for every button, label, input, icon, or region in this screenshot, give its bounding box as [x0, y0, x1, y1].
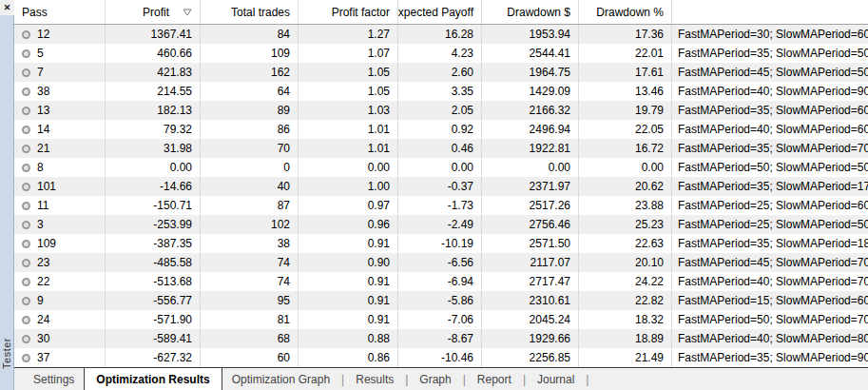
cell-parameters: FastMAPeriod=40; SlowMAPeriod=70; — [672, 272, 868, 291]
cell-parameters: FastMAPeriod=25; SlowMAPeriod=60; — [672, 196, 868, 215]
cell-total-trades: 102 — [201, 215, 299, 234]
tab-graph[interactable]: Graph — [410, 368, 460, 390]
table-row[interactable]: 11-150.71870.97-1.732517.2623.88FastMAPe… — [14, 196, 868, 215]
cell-pass: 8 — [14, 158, 106, 177]
tab-report[interactable]: Report — [468, 368, 521, 390]
pass-status-icon — [22, 126, 30, 134]
cell-profit-factor: 0.91 — [299, 272, 398, 291]
cell-drawdown-percent: 25.23 — [579, 215, 672, 234]
cell-pass: 37 — [14, 348, 106, 367]
cell-drawdown-dollar: 2517.26 — [482, 196, 579, 215]
column-header-expected-payoff[interactable]: Expected Payoff — [398, 0, 482, 24]
cell-pass: 14 — [14, 120, 106, 139]
table-row[interactable]: 2131.98701.010.461922.8116.72FastMAPerio… — [14, 139, 868, 158]
cell-total-trades: 81 — [201, 310, 299, 329]
cell-pass: 109 — [14, 234, 106, 253]
cell-pass: 30 — [14, 329, 106, 348]
table-row[interactable]: 30-589.41680.88-8.671929.6618.89FastMAPe… — [14, 329, 868, 348]
pass-status-icon — [22, 164, 30, 172]
tab-settings[interactable]: Settings — [24, 368, 84, 390]
cell-drawdown-dollar: 2717.47 — [482, 272, 579, 291]
close-button[interactable]: ✕ — [0, 0, 14, 15]
table-row[interactable]: 1479.32861.010.922496.9422.05FastMAPerio… — [14, 120, 868, 139]
column-header-parameters[interactable] — [672, 0, 868, 24]
column-header-drawdown-dollar[interactable]: Drawdown $ — [482, 0, 579, 24]
table-row[interactable]: 7421.831621.052.601964.7517.61FastMAPeri… — [14, 63, 868, 82]
pass-status-icon — [22, 30, 30, 39]
cell-drawdown-dollar: 2045.24 — [482, 310, 579, 329]
column-header-pass[interactable]: Pass — [14, 0, 106, 24]
tab-separator: | — [461, 368, 468, 390]
tab-optimization-graph[interactable]: Optimization Graph — [222, 368, 339, 390]
column-header-profit-factor[interactable]: Profit factor — [299, 0, 398, 24]
table-row[interactable]: 109-387.35380.91-10.192571.5022.63FastMA… — [14, 234, 868, 253]
cell-profit-factor: 0.91 — [299, 310, 398, 329]
table-row[interactable]: 22-513.68740.91-6.942717.4724.22FastMAPe… — [14, 272, 868, 291]
cell-pass: 22 — [14, 272, 106, 291]
cell-expected-payoff: 2.60 — [398, 63, 482, 82]
table-row[interactable]: 9-556.77950.91-5.862310.6122.82FastMAPer… — [14, 291, 868, 310]
cell-drawdown-percent: 18.32 — [579, 310, 672, 329]
table-row[interactable]: 121367.41841.2716.281953.9417.36FastMAPe… — [14, 25, 868, 44]
cell-pass: 24 — [14, 310, 106, 329]
cell-profit: 214.55 — [106, 82, 201, 101]
pass-status-icon — [22, 335, 30, 343]
cell-profit-factor: 1.01 — [299, 139, 398, 158]
table-row[interactable]: 38214.55641.053.351429.0913.46FastMAPeri… — [14, 82, 868, 101]
cell-expected-payoff: -10.46 — [398, 348, 482, 367]
cell-parameters: FastMAPeriod=30; SlowMAPeriod=60; — [672, 25, 868, 44]
pass-status-icon — [22, 240, 30, 248]
cell-profit: -627.32 — [106, 348, 201, 367]
cell-profit-factor: 1.27 — [299, 25, 398, 44]
column-header-total-trades[interactable]: Total trades — [201, 0, 299, 24]
table-row[interactable]: 37-627.32600.86-10.462256.8521.49FastMAP… — [14, 348, 868, 367]
cell-profit: 31.98 — [106, 139, 201, 158]
table-row[interactable]: 101-14.66401.00-0.372371.9720.62FastMAPe… — [14, 177, 868, 196]
cell-total-trades: 86 — [201, 120, 299, 139]
pass-status-icon — [22, 259, 30, 267]
cell-drawdown-dollar: 1953.94 — [482, 25, 579, 44]
cell-expected-payoff: -7.06 — [398, 310, 482, 329]
table-row[interactable]: 5460.661091.074.232544.4122.01FastMAPeri… — [14, 44, 868, 63]
table-row[interactable]: 3-253.991020.96-2.492756.4625.23FastMAPe… — [14, 215, 868, 234]
cell-profit: -556.77 — [106, 291, 201, 310]
table-row[interactable]: 23-485.58740.90-6.562117.0720.10FastMAPe… — [14, 253, 868, 272]
cell-parameters: FastMAPeriod=40; SlowMAPeriod=60; — [672, 120, 868, 139]
tab-results[interactable]: Results — [346, 368, 403, 390]
cell-expected-payoff: -6.56 — [398, 253, 482, 272]
cell-total-trades: 38 — [201, 234, 299, 253]
cell-pass: 38 — [14, 82, 106, 101]
cell-profit: -571.90 — [106, 310, 201, 329]
pass-status-icon — [22, 316, 30, 324]
pass-status-icon — [22, 49, 30, 58]
tab-separator: | — [584, 368, 590, 390]
cell-drawdown-percent: 18.89 — [579, 329, 672, 348]
cell-pass: 7 — [14, 63, 106, 82]
column-header-profit[interactable]: Profit — [106, 0, 201, 24]
cell-expected-payoff: 0.00 — [398, 158, 482, 177]
cell-drawdown-percent: 22.82 — [579, 291, 672, 310]
cell-profit-factor: 0.86 — [299, 348, 398, 367]
cell-profit-factor: 1.03 — [299, 101, 398, 120]
cell-profit-factor: 1.05 — [299, 82, 398, 101]
pass-status-icon — [22, 354, 30, 362]
table-row[interactable]: 13182.13891.032.052166.3219.79FastMAPeri… — [14, 101, 868, 120]
cell-total-trades: 68 — [201, 329, 299, 348]
cell-profit: -14.66 — [106, 177, 201, 196]
cell-profit: 0.00 — [106, 158, 201, 177]
pass-status-icon — [22, 88, 30, 96]
tab-journal[interactable]: Journal — [528, 368, 584, 390]
column-header-drawdown-percent[interactable]: Drawdown % — [579, 0, 672, 24]
cell-expected-payoff: -1.73 — [398, 196, 482, 215]
table-row[interactable]: 24-571.90810.91-7.062045.2418.32FastMAPe… — [14, 310, 868, 329]
pass-status-icon — [22, 221, 30, 229]
cell-profit: -513.68 — [106, 272, 201, 291]
tab-optimization-results[interactable]: Optimization Results — [84, 367, 222, 390]
cell-expected-payoff: 16.28 — [398, 25, 482, 44]
tab-separator: | — [521, 368, 528, 390]
table-row[interactable]: 80.0000.000.000.000.00FastMAPeriod=50; S… — [14, 158, 868, 177]
cell-parameters: FastMAPeriod=15; SlowMAPeriod=60; — [672, 291, 868, 310]
cell-pass: 11 — [14, 196, 106, 215]
cell-pass: 9 — [14, 291, 106, 310]
cell-drawdown-percent: 22.05 — [579, 120, 672, 139]
